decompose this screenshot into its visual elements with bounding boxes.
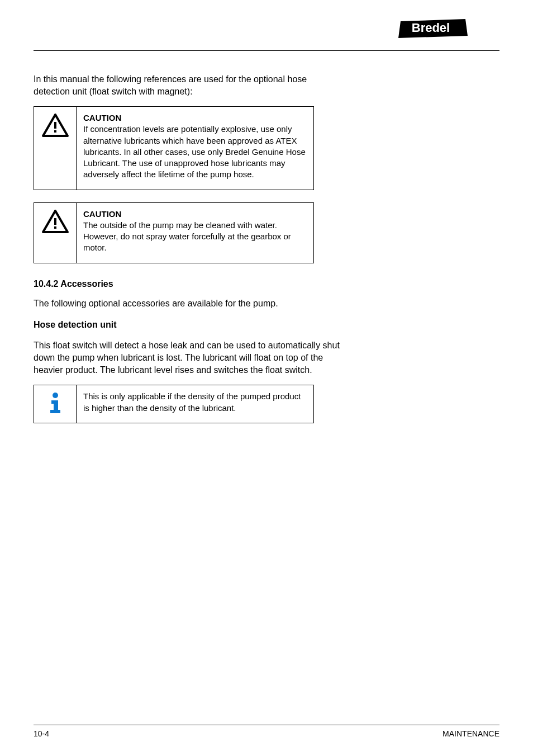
svg-rect-8 (50, 410, 60, 413)
page-number: 10-4 (34, 729, 49, 739)
svg-rect-3 (54, 218, 56, 225)
warning-icon (34, 107, 77, 190)
section-heading: 10.4.2 Accessories (34, 278, 344, 290)
brand-logo: Bredel (397, 19, 469, 39)
subsection-heading: Hose detection unit (34, 320, 116, 329)
svg-rect-2 (54, 130, 56, 133)
caution-box: CAUTION If concentration levels are pote… (34, 106, 314, 190)
accessories-detail: This float switch will detect a hose lea… (34, 339, 344, 376)
callout-body: The outside of the pump may be cleaned w… (83, 220, 291, 253)
caution-box: CAUTION The outside of the pump may be c… (34, 202, 314, 263)
callout-heading: CAUTION (83, 209, 307, 220)
accessories-intro: The following optional accessories are a… (34, 297, 344, 310)
page-header: Bredel (34, 17, 499, 50)
warning-icon (34, 203, 77, 263)
intro-paragraph: In this manual the following references … (34, 73, 344, 97)
footer-title: MAINTENANCE (442, 729, 499, 739)
brand-logo-text: Bredel (412, 21, 450, 35)
page-footer: 10-4 MAINTENANCE (34, 725, 499, 739)
callout-body: This is only applicable if the density o… (83, 391, 301, 412)
svg-rect-1 (54, 122, 56, 129)
callout-heading: CAUTION (83, 112, 307, 124)
info-icon (34, 385, 77, 423)
callout-body: If concentration levels are potentially … (83, 124, 306, 179)
svg-rect-4 (54, 226, 56, 229)
info-box: This is only applicable if the density o… (34, 385, 314, 423)
svg-point-5 (53, 393, 58, 398)
